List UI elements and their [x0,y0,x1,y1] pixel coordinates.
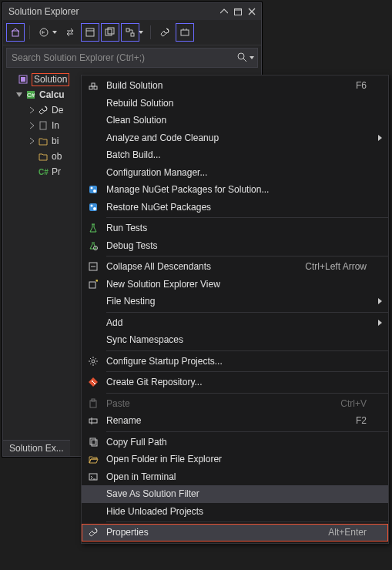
menu-separator [106,312,388,313]
menu-item-copypath[interactable]: Copy Full Path [82,434,388,451]
menu-item-rename[interactable]: RenameF2 [82,412,388,430]
wrench-icon [86,525,100,539]
menu-item-nugetrestore[interactable]: Restore NuGet Packages [82,199,388,216]
menu-item-runtests[interactable]: Run Tests [82,220,388,237]
svg-point-28 [91,204,93,206]
wrench-icon[interactable] [156,23,174,42]
svg-point-31 [94,246,98,250]
flask-bug-icon [86,239,100,253]
menu-item-label: Analyze and Code Cleanup [106,132,367,143]
preview-icon[interactable] [176,23,194,42]
svg-rect-42 [89,419,97,423]
svg-rect-24 [89,186,97,193]
svg-rect-4 [86,28,94,36]
menu-item-nesting[interactable]: File Nesting [82,293,388,310]
expander-icon[interactable] [26,151,37,162]
menu-item-label: Run Tests [106,223,367,233]
maximize-icon[interactable] [232,6,244,17]
menu-item-terminal[interactable]: Open in Terminal [82,468,388,486]
git-icon [86,375,100,389]
sync-icon[interactable] [61,23,79,42]
svg-rect-45 [92,440,97,446]
expander-icon[interactable] [26,136,37,146]
menu-item-rebuild[interactable]: Rebuild Solution [82,95,388,112]
blank-icon [86,113,100,127]
panel-footer-tab[interactable]: Solution Ex... [3,440,70,456]
menu-item-label: Open Folder in File Explorer [106,454,367,464]
menu-item-openfolder[interactable]: Open Folder in File Explorer [82,451,388,468]
menu-item-debugtests[interactable]: Debug Tests [82,237,388,255]
menu-item-hideunloaded[interactable]: Hide Unloaded Projects [82,503,388,521]
cs-icon: C# [37,166,49,178]
menu-item-properties[interactable]: PropertiesAlt+Enter [82,524,388,542]
menu-item-syncns[interactable]: Sync Namespaces [82,331,388,349]
svg-rect-0 [235,8,242,15]
search-dropdown-icon[interactable] [250,56,254,59]
svg-line-39 [92,381,95,384]
blank-icon [86,166,100,179]
menu-separator [106,371,388,372]
menu-item-add[interactable]: Add [82,314,388,332]
gear-icon [86,354,100,368]
expander-icon[interactable] [26,105,37,116]
submenu-arrow-icon [378,320,382,326]
view-icon-2[interactable] [101,23,119,42]
search-bar[interactable] [6,48,258,68]
menu-item-build[interactable]: Build SolutionF6 [82,77,388,95]
menu-item-batch[interactable]: Batch Build... [82,146,388,164]
panel-titlebar[interactable]: Solution Explorer [3,3,261,20]
expander-icon[interactable] [6,74,17,85]
back-forward-icon[interactable] [35,23,53,42]
expander-icon[interactable] [26,120,37,131]
flask-icon [86,221,100,235]
svg-rect-10 [181,30,189,35]
menu-separator [106,393,388,394]
terminal-icon [86,470,100,484]
menu-item-clean[interactable]: Clean Solution [82,112,388,129]
svg-rect-46 [89,474,97,480]
window-menu-icon[interactable] [218,6,230,17]
menu-item-paste: PasteCtrl+V [82,395,388,413]
menu-item-shortcut: F2 [356,415,367,426]
menu-separator [106,256,388,256]
svg-rect-19 [40,122,46,129]
menu-item-label: Rebuild Solution [106,98,367,109]
folder-icon [37,150,49,163]
menu-item-shortcut: Ctrl+Left Arrow [305,261,367,272]
menu-item-analyze[interactable]: Analyze and Code Cleanup [82,129,388,147]
toolbar-separator [29,25,30,39]
menu-item-cfgmgr[interactable]: Configuration Manager... [82,164,388,182]
solution-label: Solution [32,73,69,86]
expander-icon[interactable] [26,166,37,177]
menu-item-collapse[interactable]: Collapse All DescendantsCtrl+Left Arrow [82,258,388,276]
menu-item-label: File Nesting [106,296,367,307]
menu-item-label: Manage NuGet Packages for Solution... [106,184,367,195]
doc-icon [37,119,49,132]
view-icon-3[interactable] [121,23,139,42]
tree-item-label: De [52,105,63,116]
svg-rect-23 [94,86,97,89]
home-icon[interactable] [6,23,25,42]
blank-icon [86,333,100,347]
menu-item-git[interactable]: Create Git Repository... [82,374,388,391]
svg-rect-17 [27,91,35,99]
search-input[interactable] [10,52,236,64]
menu-item-label: Restore NuGet Packages [106,202,367,213]
toolbar-separator [150,25,151,39]
menu-item-savefilter[interactable]: Save As Solution Filter [82,485,388,503]
menu-item-newview[interactable]: New Solution Explorer View [82,276,388,293]
menu-item-startup[interactable]: Configure Startup Projects... [82,353,388,370]
svg-point-13 [238,53,244,59]
expander-open-icon[interactable] [14,89,25,100]
menu-item-label: Copy Full Path [106,437,367,448]
close-icon[interactable] [246,6,258,17]
menu-item-nuget[interactable]: Manage NuGet Packages for Solution... [82,181,388,199]
search-icon[interactable] [236,52,247,65]
blank-icon [86,131,100,145]
svg-rect-40 [90,401,96,407]
view-icon-1[interactable] [81,23,99,42]
svg-rect-2 [12,31,18,36]
blank-icon [86,96,100,110]
svg-rect-8 [126,28,129,32]
menu-item-label: Configuration Manager... [106,167,367,178]
